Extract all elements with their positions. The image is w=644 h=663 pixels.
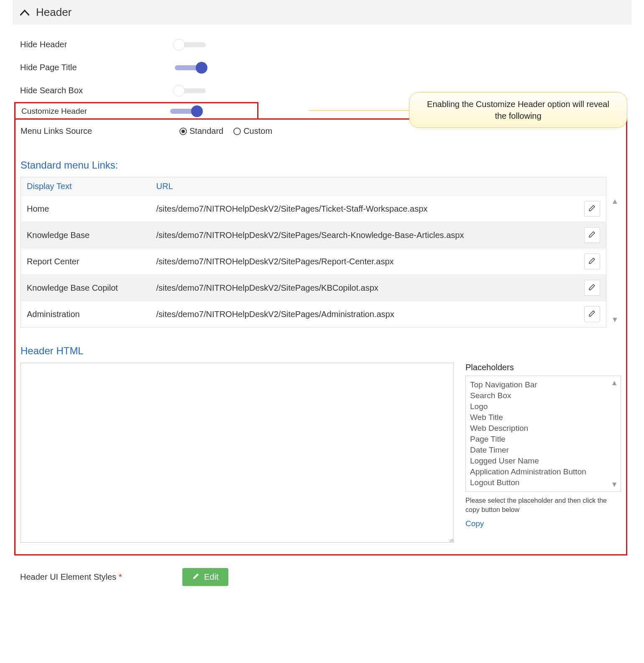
table-row: Knowledge Base/sites/demo7/NITROHelpDesk…: [21, 222, 606, 248]
row-hide-header: Hide Header: [20, 33, 627, 56]
pencil-icon: [588, 230, 596, 241]
cell-url: /sites/demo7/NITROHelpDeskV2/SitePages/R…: [151, 248, 578, 275]
table-row: Home/sites/demo7/NITROHelpDeskV2/SitePag…: [21, 196, 606, 222]
label-hide-header: Hide Header: [20, 40, 175, 49]
section-title: Header: [36, 6, 72, 19]
table-scroll-up-icon[interactable]: ▲: [611, 197, 618, 206]
placeholder-item[interactable]: Date Timer: [470, 445, 616, 456]
cell-display-text: Home: [21, 196, 151, 222]
edit-button-label: Edit: [204, 572, 218, 582]
toggle-customize-header[interactable]: [170, 109, 201, 114]
customize-header-revealed: Menu Links Source Standard Custom Standa…: [14, 118, 627, 555]
edit-row-button[interactable]: [584, 253, 600, 269]
section-header[interactable]: Header: [13, 0, 631, 25]
radio-custom-label: Custom: [243, 126, 272, 136]
table-row: Report Center/sites/demo7/NITROHelpDeskV…: [21, 248, 606, 275]
edit-row-button[interactable]: [584, 280, 600, 296]
label-hide-search-box: Hide Search Box: [20, 86, 175, 95]
radio-standard[interactable]: Standard: [179, 126, 223, 136]
heading-standard-menu-links: Standard menu Links:: [20, 159, 621, 171]
placeholders-scroll-down-icon[interactable]: ▼: [611, 480, 618, 489]
heading-header-html: Header HTML: [20, 345, 621, 357]
table-row: Administration/sites/demo7/NITROHelpDesk…: [21, 301, 606, 328]
radio-dot-icon: [233, 128, 241, 135]
label-hide-page-title: Hide Page Title: [20, 63, 175, 72]
pencil-icon: [588, 204, 596, 214]
cell-display-text: Knowledge Base: [21, 222, 151, 248]
placeholder-item[interactable]: Application Administration Button: [470, 466, 616, 477]
cell-display-text: Administration: [21, 301, 151, 328]
edit-ui-styles-button[interactable]: Edit: [182, 568, 228, 586]
placeholders-scroll-up-icon[interactable]: ▲: [611, 379, 618, 387]
callout-customize-header: Enabling the Customize Header option wil…: [409, 92, 627, 128]
cell-display-text: Knowledge Base Copilot: [21, 275, 151, 301]
table-scroll-down-icon[interactable]: ▼: [611, 315, 618, 324]
th-display-text[interactable]: Display Text: [21, 177, 151, 196]
toggle-hide-page-title[interactable]: [175, 65, 206, 70]
label-header-ui-styles: Header UI Element Styles *: [20, 572, 182, 582]
row-header-ui-styles: Header UI Element Styles * Edit: [13, 555, 631, 586]
placeholders-listbox[interactable]: ▲ Top Navigation BarSearch BoxLogoWeb Ti…: [465, 376, 621, 492]
cell-url: /sites/demo7/NITROHelpDeskV2/SitePages/K…: [151, 275, 578, 301]
cell-display-text: Report Center: [21, 248, 151, 275]
placeholder-item[interactable]: Search Box: [470, 390, 616, 401]
pencil-icon: [588, 283, 596, 293]
table-row: Knowledge Base Copilot/sites/demo7/NITRO…: [21, 275, 606, 301]
placeholder-item[interactable]: Top Navigation Bar: [470, 379, 616, 390]
row-customize-header: Customize Header: [14, 102, 258, 120]
pencil-icon: [192, 572, 200, 582]
placeholder-item[interactable]: Logout Button: [470, 477, 616, 488]
label-menu-links-source: Menu Links Source: [20, 126, 169, 136]
placeholder-item[interactable]: Web Title: [470, 412, 616, 423]
edit-row-button[interactable]: [584, 227, 600, 243]
edit-row-button[interactable]: [584, 306, 600, 322]
placeholder-item[interactable]: Page Title: [470, 434, 616, 445]
th-url[interactable]: URL: [151, 177, 578, 196]
row-hide-page-title: Hide Page Title: [20, 56, 627, 79]
cell-url: /sites/demo7/NITROHelpDeskV2/SitePages/T…: [151, 196, 578, 222]
header-html-textarea[interactable]: [20, 363, 454, 543]
required-asterisk: *: [119, 572, 122, 581]
radio-dot-icon: [179, 128, 187, 135]
placeholders-help-text: Please select the placeholder and then c…: [465, 496, 621, 514]
standard-menu-links-table: Display Text URL Home/sites/demo7/NITROH…: [20, 177, 606, 328]
radio-custom[interactable]: Custom: [233, 126, 272, 136]
placeholder-item[interactable]: Web Description: [470, 423, 616, 434]
copy-placeholder-button[interactable]: Copy: [465, 519, 484, 528]
edit-row-button[interactable]: [584, 201, 600, 217]
placeholder-item[interactable]: Logo: [470, 401, 616, 412]
label-customize-header: Customize Header: [21, 107, 170, 116]
toggle-hide-search-box[interactable]: [175, 88, 206, 93]
toggle-hide-header[interactable]: [175, 42, 206, 47]
pencil-icon: [588, 256, 596, 267]
placeholder-item[interactable]: Logged User Name: [470, 456, 616, 466]
placeholders-title: Placeholders: [465, 363, 621, 372]
radio-standard-label: Standard: [189, 126, 223, 136]
pencil-icon: [588, 309, 596, 320]
chevron-up-icon: [20, 10, 29, 15]
cell-url: /sites/demo7/NITROHelpDeskV2/SitePages/S…: [151, 222, 578, 248]
cell-url: /sites/demo7/NITROHelpDeskV2/SitePages/A…: [151, 301, 578, 328]
th-edit: [578, 177, 606, 196]
